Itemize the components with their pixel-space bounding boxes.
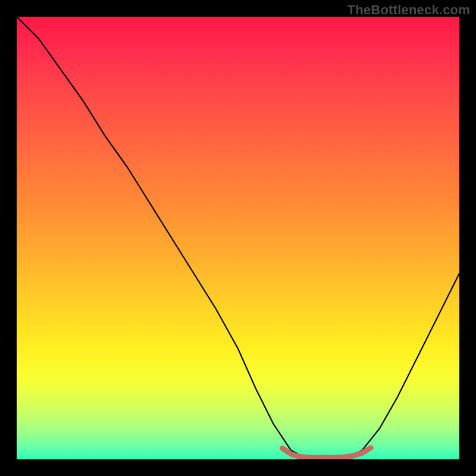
watermark-label: TheBottleneck.com — [347, 2, 470, 18]
plot-area — [17, 17, 459, 459]
curve-layer — [17, 17, 459, 459]
optimal-zone-marker — [282, 448, 371, 458]
bottleneck-curve — [17, 17, 459, 459]
chart-frame: TheBottleneck.com — [0, 0, 476, 476]
